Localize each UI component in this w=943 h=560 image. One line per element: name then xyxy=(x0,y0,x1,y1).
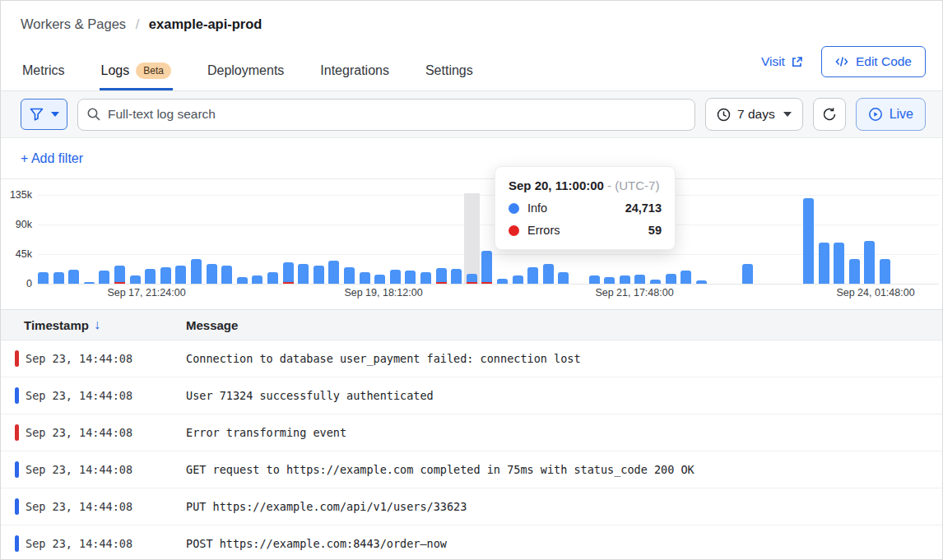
clock-icon xyxy=(717,108,731,122)
chart-bar[interactable] xyxy=(405,271,416,284)
chart-bar[interactable] xyxy=(207,264,217,284)
chart-bar[interactable] xyxy=(666,274,676,284)
time-range-dropdown[interactable]: 7 days xyxy=(705,98,803,131)
chart-bar[interactable] xyxy=(650,280,661,284)
chart-bar[interactable] xyxy=(742,264,753,284)
chart-bar[interactable] xyxy=(436,268,447,284)
chart-bar[interactable] xyxy=(390,270,401,284)
log-row[interactable]: Sep 23, 14:44:08POST https://example.com… xyxy=(1,525,942,560)
chart-bar[interactable] xyxy=(880,259,890,284)
tooltip-timezone: (UTC-7) xyxy=(615,178,659,192)
breadcrumb-current: example-api-prod xyxy=(149,16,262,31)
chart-bar[interactable] xyxy=(360,272,370,284)
x-axis-tick: Sep 17, 21:24:00 xyxy=(107,287,185,299)
tab-logs[interactable]: Logs Beta xyxy=(100,54,173,90)
live-button[interactable]: Live xyxy=(856,98,926,131)
tab-metrics[interactable]: Metrics xyxy=(21,54,67,90)
chart-bar[interactable] xyxy=(99,271,109,284)
chart-bar[interactable] xyxy=(803,198,814,284)
chart-bar[interactable] xyxy=(328,261,339,284)
log-timestamp: Sep 23, 14:44:08 xyxy=(26,500,132,513)
log-timestamp: Sep 23, 14:44:08 xyxy=(26,426,132,439)
chart-bar[interactable] xyxy=(589,275,600,284)
chart-bar[interactable] xyxy=(175,266,186,284)
chart-bar[interactable] xyxy=(467,274,477,284)
chart-bar[interactable] xyxy=(420,272,431,284)
chart-bar[interactable] xyxy=(819,243,829,284)
log-timestamp: Sep 23, 14:44:08 xyxy=(26,389,132,402)
breadcrumb-parent-link[interactable]: Workers & Pages xyxy=(21,16,126,31)
log-row[interactable]: Sep 23, 14:44:08Error transforming event xyxy=(1,414,942,451)
chart-bar[interactable] xyxy=(160,267,171,284)
log-row[interactable]: Sep 23, 14:44:08GET request to https://e… xyxy=(1,451,942,488)
chart-bar[interactable] xyxy=(849,259,860,284)
funnel-icon xyxy=(30,108,44,121)
chart-bar[interactable] xyxy=(145,269,156,284)
hovered-bucket-highlight xyxy=(464,193,480,284)
chart-plot[interactable] xyxy=(38,193,939,284)
chart-bar[interactable] xyxy=(497,279,508,284)
chart-bar[interactable] xyxy=(344,267,355,284)
x-axis-tick: Sep 21, 17:48:00 xyxy=(595,287,673,299)
chart-bar[interactable] xyxy=(38,272,49,284)
y-axis-tick: 135k xyxy=(1,189,32,201)
column-header-timestamp[interactable]: Timestamp ↓ xyxy=(1,317,100,332)
refresh-button[interactable] xyxy=(813,98,846,131)
y-axis-tick: 0 xyxy=(1,278,32,289)
chart-bar-error-segment xyxy=(436,282,447,285)
workers-logs-page: Workers & Pages / example-api-prod Metri… xyxy=(0,0,943,560)
chart-bar[interactable] xyxy=(191,259,202,284)
chart-bar[interactable] xyxy=(267,272,278,284)
chart-bar[interactable] xyxy=(634,275,645,284)
log-table: Timestamp ↓ Message Sep 23, 14:44:08Conn… xyxy=(1,309,942,560)
column-header-message: Message xyxy=(186,318,238,332)
tab-settings[interactable]: Settings xyxy=(424,54,475,90)
log-message: POST https://example.com:8443/order—now xyxy=(186,537,447,550)
log-row[interactable]: Sep 23, 14:44:08PUT https://example.com/… xyxy=(1,488,942,525)
chart-bar[interactable] xyxy=(84,282,95,284)
chart-bar[interactable] xyxy=(130,275,141,284)
log-message: User 71324 successfully authenticated xyxy=(186,389,434,402)
tab-bar: Metrics Logs Beta Deployments Integratio… xyxy=(21,54,475,90)
chart-bar[interactable] xyxy=(558,272,569,284)
chart-bar[interactable] xyxy=(53,272,64,284)
chart-bar[interactable] xyxy=(696,280,707,284)
info-level-indicator xyxy=(15,498,19,515)
visit-link[interactable]: Visit xyxy=(761,54,803,69)
chart-bar[interactable] xyxy=(604,277,615,284)
chart-bar[interactable] xyxy=(513,275,523,284)
chart-bar[interactable] xyxy=(314,266,324,284)
chart-bar[interactable] xyxy=(481,251,492,284)
chart-bar[interactable] xyxy=(374,275,385,284)
add-filter-row: + Add filter xyxy=(1,138,942,179)
chart-bar[interactable] xyxy=(68,270,79,284)
edit-code-button[interactable]: Edit Code xyxy=(821,46,926,77)
chart-bar[interactable] xyxy=(681,271,691,284)
search-input[interactable] xyxy=(77,99,695,131)
tab-deployments[interactable]: Deployments xyxy=(206,54,286,90)
log-row[interactable]: Sep 23, 14:44:08Connection to database u… xyxy=(1,340,942,377)
sort-desc-icon: ↓ xyxy=(94,317,100,332)
chart-bar[interactable] xyxy=(114,266,125,284)
info-level-indicator xyxy=(15,535,19,552)
log-timestamp: Sep 23, 14:44:08 xyxy=(26,537,132,550)
tooltip-title: Sep 20, 11:00:00 - (UTC-7) xyxy=(509,178,662,192)
breadcrumb: Workers & Pages / example-api-prod xyxy=(21,16,262,32)
chart-bar[interactable] xyxy=(298,264,309,284)
external-link-icon xyxy=(791,56,803,68)
chart-bar[interactable] xyxy=(543,264,554,284)
log-row[interactable]: Sep 23, 14:44:08User 71324 successfully … xyxy=(1,377,942,414)
chart-bar[interactable] xyxy=(237,277,248,284)
chart-bar[interactable] xyxy=(451,269,462,284)
chart-bar[interactable] xyxy=(834,243,844,284)
chart-bar[interactable] xyxy=(864,241,875,284)
tooltip-info-label: Info xyxy=(527,201,547,215)
chart-bar[interactable] xyxy=(527,267,538,284)
filter-dropdown-button[interactable] xyxy=(21,99,67,130)
chart-bar[interactable] xyxy=(252,275,262,284)
add-filter-button[interactable]: + Add filter xyxy=(21,151,83,166)
chart-bar[interactable] xyxy=(620,275,630,284)
chart-bar[interactable] xyxy=(283,262,294,284)
tab-integrations[interactable]: Integrations xyxy=(318,54,391,90)
chart-bar[interactable] xyxy=(221,266,232,284)
